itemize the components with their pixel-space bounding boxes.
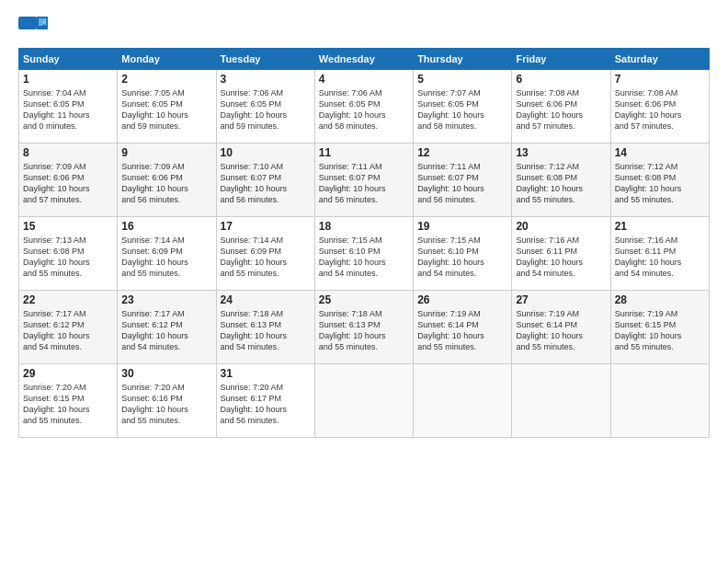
calendar-cell: 30Sunrise: 7:20 AM Sunset: 6:16 PM Dayli…: [118, 364, 216, 438]
day-number: 9: [121, 146, 211, 159]
calendar-cell: 11Sunrise: 7:11 AM Sunset: 6:07 PM Dayli…: [314, 144, 413, 217]
day-info: Sunrise: 7:17 AM Sunset: 6:12 PM Dayligh…: [121, 308, 211, 353]
day-info: Sunrise: 7:05 AM Sunset: 6:05 PM Dayligh…: [121, 87, 211, 132]
calendar-cell: 17Sunrise: 7:14 AM Sunset: 6:09 PM Dayli…: [216, 217, 314, 291]
calendar-week-row: 8Sunrise: 7:09 AM Sunset: 6:06 PM Daylig…: [19, 144, 710, 217]
day-number: 14: [615, 146, 705, 159]
day-number: 2: [121, 73, 211, 86]
day-number: 10: [221, 146, 311, 159]
calendar-cell: 5Sunrise: 7:07 AM Sunset: 6:05 PM Daylig…: [414, 70, 512, 144]
day-info: Sunrise: 7:14 AM Sunset: 6:09 PM Dayligh…: [221, 235, 311, 280]
calendar-cell: 25Sunrise: 7:18 AM Sunset: 6:13 PM Dayli…: [314, 291, 413, 364]
day-info: Sunrise: 7:16 AM Sunset: 6:11 PM Dayligh…: [615, 235, 705, 280]
calendar-cell: 3Sunrise: 7:06 AM Sunset: 6:05 PM Daylig…: [216, 70, 314, 144]
day-number: 30: [121, 367, 211, 380]
day-info: Sunrise: 7:06 AM Sunset: 6:05 PM Dayligh…: [221, 87, 311, 132]
calendar-cell: [314, 364, 413, 438]
day-number: 3: [221, 73, 311, 86]
day-number: 1: [23, 73, 113, 86]
day-number: 4: [319, 73, 409, 86]
day-info: Sunrise: 7:09 AM Sunset: 6:06 PM Dayligh…: [121, 161, 211, 206]
day-number: 5: [417, 73, 507, 86]
calendar-cell: [610, 364, 709, 438]
calendar-cell: 7Sunrise: 7:08 AM Sunset: 6:06 PM Daylig…: [610, 70, 709, 144]
day-info: Sunrise: 7:19 AM Sunset: 6:14 PM Dayligh…: [417, 308, 507, 353]
calendar-cell: 28Sunrise: 7:19 AM Sunset: 6:15 PM Dayli…: [610, 291, 709, 364]
calendar-week-row: 1Sunrise: 7:04 AM Sunset: 6:05 PM Daylig…: [19, 70, 710, 144]
header: [18, 17, 710, 40]
day-info: Sunrise: 7:20 AM Sunset: 6:15 PM Dayligh…: [23, 382, 113, 427]
calendar-cell: [414, 364, 512, 438]
calendar-cell: 16Sunrise: 7:14 AM Sunset: 6:09 PM Dayli…: [118, 217, 216, 291]
calendar-cell: 26Sunrise: 7:19 AM Sunset: 6:14 PM Dayli…: [414, 291, 512, 364]
day-number: 26: [417, 293, 507, 306]
calendar-table: SundayMondayTuesdayWednesdayThursdayFrid…: [18, 48, 710, 438]
day-info: Sunrise: 7:13 AM Sunset: 6:08 PM Dayligh…: [23, 235, 113, 280]
day-info: Sunrise: 7:16 AM Sunset: 6:11 PM Dayligh…: [516, 235, 606, 280]
day-number: 13: [516, 146, 606, 159]
day-number: 11: [319, 146, 409, 159]
day-info: Sunrise: 7:12 AM Sunset: 6:08 PM Dayligh…: [615, 161, 705, 206]
calendar-cell: 14Sunrise: 7:12 AM Sunset: 6:08 PM Dayli…: [610, 144, 709, 217]
day-info: Sunrise: 7:08 AM Sunset: 6:06 PM Dayligh…: [516, 87, 606, 132]
day-number: 24: [221, 293, 311, 306]
day-info: Sunrise: 7:18 AM Sunset: 6:13 PM Dayligh…: [221, 308, 311, 353]
day-number: 19: [417, 220, 507, 233]
day-info: Sunrise: 7:17 AM Sunset: 6:12 PM Dayligh…: [23, 308, 113, 353]
day-info: Sunrise: 7:04 AM Sunset: 6:05 PM Dayligh…: [23, 87, 113, 132]
day-header-wednesday: Wednesday: [314, 49, 413, 70]
day-number: 28: [615, 293, 705, 306]
calendar-cell: 24Sunrise: 7:18 AM Sunset: 6:13 PM Dayli…: [216, 291, 314, 364]
day-number: 31: [221, 367, 311, 380]
day-number: 22: [23, 293, 113, 306]
day-info: Sunrise: 7:10 AM Sunset: 6:07 PM Dayligh…: [221, 161, 311, 206]
calendar-cell: 20Sunrise: 7:16 AM Sunset: 6:11 PM Dayli…: [512, 217, 610, 291]
calendar-cell: 2Sunrise: 7:05 AM Sunset: 6:05 PM Daylig…: [118, 70, 216, 144]
calendar-week-row: 15Sunrise: 7:13 AM Sunset: 6:08 PM Dayli…: [19, 217, 710, 291]
calendar-cell: 1Sunrise: 7:04 AM Sunset: 6:05 PM Daylig…: [19, 70, 118, 144]
calendar-cell: 23Sunrise: 7:17 AM Sunset: 6:12 PM Dayli…: [118, 291, 216, 364]
page: SundayMondayTuesdayWednesdayThursdayFrid…: [0, 0, 728, 563]
day-number: 8: [23, 146, 113, 159]
day-number: 25: [319, 293, 409, 306]
day-info: Sunrise: 7:20 AM Sunset: 6:17 PM Dayligh…: [221, 382, 311, 427]
day-number: 29: [23, 367, 113, 380]
day-number: 16: [121, 220, 211, 233]
logo: [18, 17, 50, 40]
calendar-cell: 15Sunrise: 7:13 AM Sunset: 6:08 PM Dayli…: [19, 217, 118, 291]
day-info: Sunrise: 7:09 AM Sunset: 6:06 PM Dayligh…: [23, 161, 113, 206]
calendar-cell: 6Sunrise: 7:08 AM Sunset: 6:06 PM Daylig…: [512, 70, 610, 144]
svg-rect-0: [18, 17, 37, 29]
day-number: 7: [615, 73, 705, 86]
calendar-header-row: SundayMondayTuesdayWednesdayThursdayFrid…: [19, 49, 710, 70]
calendar-cell: 19Sunrise: 7:15 AM Sunset: 6:10 PM Dayli…: [414, 217, 512, 291]
day-info: Sunrise: 7:08 AM Sunset: 6:06 PM Dayligh…: [615, 87, 705, 132]
day-info: Sunrise: 7:15 AM Sunset: 6:10 PM Dayligh…: [417, 235, 507, 280]
day-info: Sunrise: 7:19 AM Sunset: 6:14 PM Dayligh…: [516, 308, 606, 353]
calendar-cell: 18Sunrise: 7:15 AM Sunset: 6:10 PM Dayli…: [314, 217, 413, 291]
day-header-sunday: Sunday: [19, 49, 118, 70]
calendar-cell: 12Sunrise: 7:11 AM Sunset: 6:07 PM Dayli…: [414, 144, 512, 217]
day-header-saturday: Saturday: [610, 49, 709, 70]
day-info: Sunrise: 7:11 AM Sunset: 6:07 PM Dayligh…: [319, 161, 409, 206]
calendar-cell: 31Sunrise: 7:20 AM Sunset: 6:17 PM Dayli…: [216, 364, 314, 438]
calendar-cell: 13Sunrise: 7:12 AM Sunset: 6:08 PM Dayli…: [512, 144, 610, 217]
calendar-cell: 10Sunrise: 7:10 AM Sunset: 6:07 PM Dayli…: [216, 144, 314, 217]
day-info: Sunrise: 7:07 AM Sunset: 6:05 PM Dayligh…: [417, 87, 507, 132]
day-header-monday: Monday: [118, 49, 216, 70]
day-info: Sunrise: 7:19 AM Sunset: 6:15 PM Dayligh…: [615, 308, 705, 353]
calendar-cell: 9Sunrise: 7:09 AM Sunset: 6:06 PM Daylig…: [118, 144, 216, 217]
calendar-cell: 21Sunrise: 7:16 AM Sunset: 6:11 PM Dayli…: [610, 217, 709, 291]
calendar-week-row: 22Sunrise: 7:17 AM Sunset: 6:12 PM Dayli…: [19, 291, 710, 364]
calendar-cell: 27Sunrise: 7:19 AM Sunset: 6:14 PM Dayli…: [512, 291, 610, 364]
day-number: 12: [417, 146, 507, 159]
day-number: 21: [615, 220, 705, 233]
day-header-thursday: Thursday: [414, 49, 512, 70]
day-info: Sunrise: 7:11 AM Sunset: 6:07 PM Dayligh…: [417, 161, 507, 206]
calendar-cell: [512, 364, 610, 438]
day-number: 17: [221, 220, 311, 233]
day-number: 6: [516, 73, 606, 86]
calendar-cell: 8Sunrise: 7:09 AM Sunset: 6:06 PM Daylig…: [19, 144, 118, 217]
day-info: Sunrise: 7:18 AM Sunset: 6:13 PM Dayligh…: [319, 308, 409, 353]
day-info: Sunrise: 7:12 AM Sunset: 6:08 PM Dayligh…: [516, 161, 606, 206]
